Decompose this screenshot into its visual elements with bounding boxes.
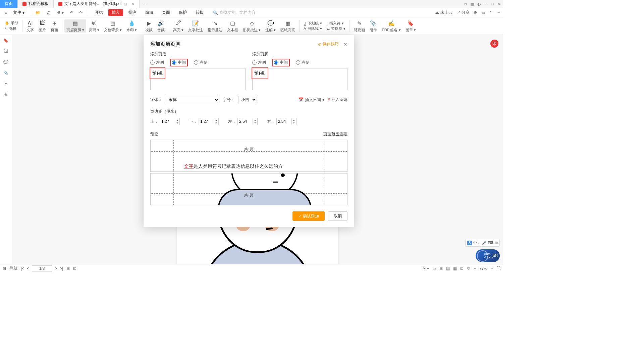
ribbon-tab-protect[interactable]: 保护 <box>175 9 190 16</box>
ribbon-tab-insert[interactable]: 插入 <box>108 9 123 16</box>
spin-up-icon[interactable]: ▲ <box>253 118 257 121</box>
bookmark-icon[interactable]: 🔖 <box>3 38 8 43</box>
pdf-badge[interactable]: 印 <box>490 40 498 48</box>
margin-left-value[interactable] <box>238 119 253 124</box>
tool-underline[interactable]: U̲ 下划线 ▾ <box>304 21 322 26</box>
tool-replace-mark[interactable]: ⇄ 替换符 ▾ <box>327 26 345 31</box>
attachment-icon[interactable]: 📎 <box>3 70 8 75</box>
tool-note[interactable]: 💬注解 ▾ <box>263 19 278 33</box>
zoom-in-icon[interactable]: + <box>491 266 493 271</box>
tool-stamp[interactable]: 🔖图章 ▾ <box>404 19 418 33</box>
margin-left-input[interactable]: ▲▼ <box>237 118 258 125</box>
page-number-field[interactable]: 1/3 <box>32 265 52 271</box>
tool-video[interactable]: ▶视频 <box>143 19 155 33</box>
sidebar-toggle-icon[interactable]: ⊟ <box>3 266 6 271</box>
tab-document[interactable]: 文字是人类用符号…_加水印.pdf⊡✕ <box>54 0 140 8</box>
margin-top-value[interactable] <box>160 119 175 124</box>
ime-indicator[interactable]: S 中 •, 🎤 ⌨ ⊞ <box>465 239 500 247</box>
last-page-icon[interactable]: >| <box>60 266 63 271</box>
cloud-status[interactable]: ☁ 未上云 <box>435 10 452 15</box>
header-left-radio[interactable]: 左侧 <box>150 60 164 65</box>
tool-page[interactable]: ⊞页面 <box>49 19 60 33</box>
maximize-icon[interactable]: □ <box>491 2 494 6</box>
hand-tool[interactable]: ✋ 手型 <box>5 21 18 26</box>
next-page-icon[interactable]: > <box>55 266 57 271</box>
header-center-radio[interactable]: 中间 <box>170 59 188 66</box>
spin-down-icon[interactable]: ▼ <box>175 121 179 124</box>
spin-up-icon[interactable]: ▲ <box>292 118 296 121</box>
margin-bottom-value[interactable] <box>199 119 214 124</box>
spin-down-icon[interactable]: ▼ <box>292 121 296 124</box>
save-icon[interactable]: 🖨 <box>45 10 53 16</box>
tab-home[interactable]: 首页 <box>0 0 18 8</box>
tool-highlight[interactable]: 🖍高亮 ▾ <box>171 19 185 33</box>
insert-date-button[interactable]: 📅插入日期 ▾ <box>299 97 324 103</box>
header-text-input[interactable] <box>150 68 246 90</box>
spin-down-icon[interactable]: ▼ <box>253 121 257 124</box>
close-window-icon[interactable]: ✕ <box>497 2 500 6</box>
size-select[interactable]: 小四 <box>238 96 257 103</box>
signature-icon[interactable]: ✒ <box>4 81 8 86</box>
tab-close-icon[interactable]: ✕ <box>131 2 135 6</box>
header-right-radio[interactable]: 右侧 <box>194 60 208 65</box>
page-range-link[interactable]: 页面范围选项 <box>323 131 347 137</box>
spin-down-icon[interactable]: ▼ <box>214 121 218 124</box>
fit-width-icon[interactable]: ⊡ <box>73 266 76 271</box>
fit-page-icon[interactable]: ⊞ <box>66 266 70 271</box>
confirm-button[interactable]: ✓ 确认添加 <box>292 211 325 221</box>
hamburger-icon[interactable]: ≡ <box>3 10 9 16</box>
crop-icon[interactable]: ⊡ <box>460 266 464 271</box>
layout-icon[interactable]: ⧈ <box>464 2 467 6</box>
brightness-icon[interactable]: ☀ ▾ <box>422 266 429 271</box>
tool-pageno[interactable]: #⃣页码 ▾ <box>87 19 101 33</box>
tool-area-highlight[interactable]: ▦区域高亮 <box>278 19 297 33</box>
spin-up-icon[interactable]: ▲ <box>214 118 218 121</box>
tool-shape-annotation[interactable]: ◇形状批注 ▾ <box>241 19 263 33</box>
ribbon-tab-start[interactable]: 开始 <box>92 9 106 16</box>
share-button[interactable]: ↗ 分享 <box>457 10 470 15</box>
footer-text-input[interactable] <box>252 68 347 90</box>
tool-audio[interactable]: 🔊音频 <box>155 19 167 33</box>
tool-pointer-annotation[interactable]: ↘指示批注 <box>206 19 224 33</box>
footer-left-radio[interactable]: 左侧 <box>252 60 266 65</box>
margin-bottom-input[interactable]: ▲▼ <box>199 118 219 125</box>
tool-watermark[interactable]: 💧水印 ▾ <box>124 19 139 33</box>
tool-insert-mark[interactable]: ‸ 插入符 ▾ <box>327 21 345 26</box>
tips-link[interactable]: 操作技巧 <box>318 41 339 47</box>
apps-icon[interactable]: ▦ <box>470 2 474 6</box>
ribbon-tab-annotate[interactable]: 批注 <box>125 9 140 16</box>
first-page-icon[interactable]: |< <box>21 266 24 271</box>
zoom-out-icon[interactable]: − <box>474 266 476 271</box>
view-icon-2[interactable]: ⊞ <box>439 266 443 271</box>
print-icon[interactable]: 🖶 ▾ <box>55 10 66 16</box>
margin-top-input[interactable]: ▲▼ <box>160 118 180 125</box>
footer-right-radio[interactable]: 右侧 <box>296 60 310 65</box>
open-icon[interactable]: 📂 <box>34 10 43 16</box>
footer-center-radio[interactable]: 中间 <box>272 59 290 66</box>
spin-up-icon[interactable]: ▲ <box>175 118 179 121</box>
insert-page-button[interactable]: #插入页码 <box>328 97 347 103</box>
fullscreen-icon[interactable]: ⛶ <box>496 266 500 271</box>
select-tool[interactable]: ↖ 选择 <box>5 26 18 31</box>
tool-strikethrough[interactable]: A̶ 删除线 ▾ <box>304 26 322 31</box>
tool-header-footer[interactable]: ▤页眉页脚 ▾ <box>64 19 86 33</box>
tool-freehand[interactable]: ✎随意画 <box>352 19 367 33</box>
tool-image[interactable]: 🖼图片 <box>37 19 48 33</box>
avatar-icon[interactable]: ◐ <box>477 2 481 6</box>
tool-background[interactable]: ▧文档背景 ▾ <box>102 19 124 33</box>
ribbon-tab-edit[interactable]: 编辑 <box>142 9 157 16</box>
redo-icon[interactable]: ↷ <box>77 10 85 16</box>
search-box[interactable]: 🔍 查找功能、文档内容 <box>213 10 256 15</box>
font-select[interactable]: 宋体 <box>166 96 219 103</box>
undo-icon[interactable]: ↶ <box>68 10 75 16</box>
ribbon-tab-convert[interactable]: 转换 <box>192 9 207 16</box>
tool-text-annotation[interactable]: 📝文字批注 <box>186 19 205 33</box>
network-monitor[interactable]: 0K/s 0.2K/s 68 <box>476 249 500 262</box>
tab-add-button[interactable]: ＋ <box>140 1 150 7</box>
tool-text[interactable]: A̲I文字 <box>24 19 36 33</box>
prev-page-icon[interactable]: < <box>27 266 29 271</box>
rotate-icon[interactable]: ↻ <box>467 266 470 271</box>
tool-attachment[interactable]: 📎附件 <box>368 19 379 33</box>
settings-icon[interactable]: ⚙ <box>474 10 477 15</box>
dialog-close-icon[interactable]: ✕ <box>343 42 347 47</box>
